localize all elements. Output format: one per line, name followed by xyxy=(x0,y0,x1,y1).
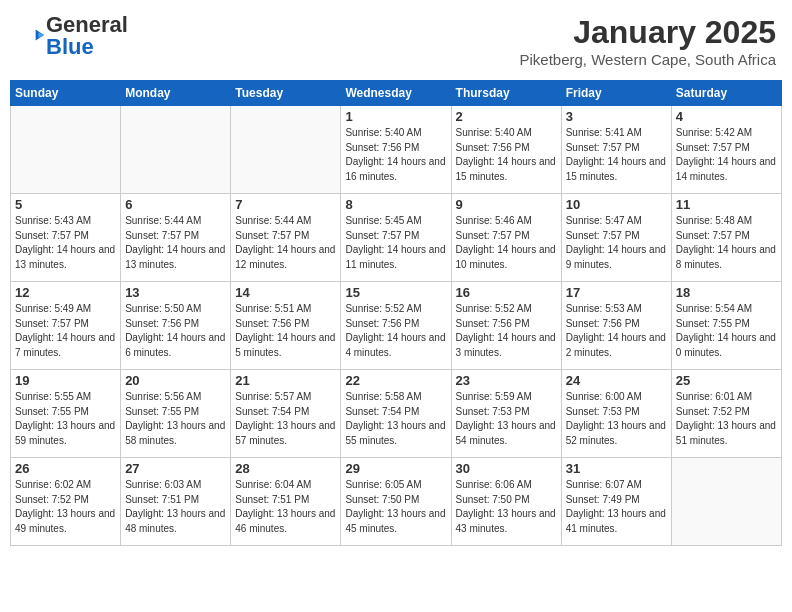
calendar-cell: 29Sunrise: 6:05 AM Sunset: 7:50 PM Dayli… xyxy=(341,458,451,546)
day-number: 1 xyxy=(345,109,446,124)
day-number: 21 xyxy=(235,373,336,388)
cell-info: Sunrise: 5:55 AM Sunset: 7:55 PM Dayligh… xyxy=(15,390,116,448)
day-number: 24 xyxy=(566,373,667,388)
cell-info: Sunrise: 5:40 AM Sunset: 7:56 PM Dayligh… xyxy=(456,126,557,184)
calendar-cell: 10Sunrise: 5:47 AM Sunset: 7:57 PM Dayli… xyxy=(561,194,671,282)
week-row-1: 1Sunrise: 5:40 AM Sunset: 7:56 PM Daylig… xyxy=(11,106,782,194)
day-number: 9 xyxy=(456,197,557,212)
calendar-cell: 16Sunrise: 5:52 AM Sunset: 7:56 PM Dayli… xyxy=(451,282,561,370)
cell-info: Sunrise: 5:42 AM Sunset: 7:57 PM Dayligh… xyxy=(676,126,777,184)
day-number: 19 xyxy=(15,373,116,388)
cell-info: Sunrise: 5:59 AM Sunset: 7:53 PM Dayligh… xyxy=(456,390,557,448)
calendar-cell: 24Sunrise: 6:00 AM Sunset: 7:53 PM Dayli… xyxy=(561,370,671,458)
calendar-cell: 9Sunrise: 5:46 AM Sunset: 7:57 PM Daylig… xyxy=(451,194,561,282)
calendar-cell: 13Sunrise: 5:50 AM Sunset: 7:56 PM Dayli… xyxy=(121,282,231,370)
calendar-cell: 23Sunrise: 5:59 AM Sunset: 7:53 PM Dayli… xyxy=(451,370,561,458)
calendar-cell: 25Sunrise: 6:01 AM Sunset: 7:52 PM Dayli… xyxy=(671,370,781,458)
title-block: January 2025 Piketberg, Western Cape, So… xyxy=(519,14,776,68)
day-number: 28 xyxy=(235,461,336,476)
cell-info: Sunrise: 6:02 AM Sunset: 7:52 PM Dayligh… xyxy=(15,478,116,536)
cell-info: Sunrise: 6:03 AM Sunset: 7:51 PM Dayligh… xyxy=(125,478,226,536)
day-number: 31 xyxy=(566,461,667,476)
cell-info: Sunrise: 6:00 AM Sunset: 7:53 PM Dayligh… xyxy=(566,390,667,448)
cell-info: Sunrise: 5:52 AM Sunset: 7:56 PM Dayligh… xyxy=(456,302,557,360)
calendar-cell: 27Sunrise: 6:03 AM Sunset: 7:51 PM Dayli… xyxy=(121,458,231,546)
cell-info: Sunrise: 6:07 AM Sunset: 7:49 PM Dayligh… xyxy=(566,478,667,536)
day-number: 12 xyxy=(15,285,116,300)
location: Piketberg, Western Cape, South Africa xyxy=(519,51,776,68)
calendar-cell: 2Sunrise: 5:40 AM Sunset: 7:56 PM Daylig… xyxy=(451,106,561,194)
cell-info: Sunrise: 5:40 AM Sunset: 7:56 PM Dayligh… xyxy=(345,126,446,184)
day-number: 2 xyxy=(456,109,557,124)
calendar-cell: 18Sunrise: 5:54 AM Sunset: 7:55 PM Dayli… xyxy=(671,282,781,370)
cell-info: Sunrise: 5:46 AM Sunset: 7:57 PM Dayligh… xyxy=(456,214,557,272)
cell-info: Sunrise: 5:52 AM Sunset: 7:56 PM Dayligh… xyxy=(345,302,446,360)
day-number: 7 xyxy=(235,197,336,212)
week-row-2: 5Sunrise: 5:43 AM Sunset: 7:57 PM Daylig… xyxy=(11,194,782,282)
day-number: 15 xyxy=(345,285,446,300)
cell-info: Sunrise: 5:50 AM Sunset: 7:56 PM Dayligh… xyxy=(125,302,226,360)
calendar-cell: 15Sunrise: 5:52 AM Sunset: 7:56 PM Dayli… xyxy=(341,282,451,370)
calendar-cell: 26Sunrise: 6:02 AM Sunset: 7:52 PM Dayli… xyxy=(11,458,121,546)
day-number: 5 xyxy=(15,197,116,212)
col-header-saturday: Saturday xyxy=(671,81,781,106)
calendar-cell xyxy=(671,458,781,546)
day-number: 30 xyxy=(456,461,557,476)
cell-info: Sunrise: 5:54 AM Sunset: 7:55 PM Dayligh… xyxy=(676,302,777,360)
col-header-monday: Monday xyxy=(121,81,231,106)
day-number: 14 xyxy=(235,285,336,300)
calendar-table: SundayMondayTuesdayWednesdayThursdayFrid… xyxy=(10,80,782,546)
cell-info: Sunrise: 5:57 AM Sunset: 7:54 PM Dayligh… xyxy=(235,390,336,448)
logo-text: GeneralBlue xyxy=(46,14,128,58)
cell-info: Sunrise: 6:04 AM Sunset: 7:51 PM Dayligh… xyxy=(235,478,336,536)
cell-info: Sunrise: 6:05 AM Sunset: 7:50 PM Dayligh… xyxy=(345,478,446,536)
calendar-cell: 4Sunrise: 5:42 AM Sunset: 7:57 PM Daylig… xyxy=(671,106,781,194)
calendar-cell: 7Sunrise: 5:44 AM Sunset: 7:57 PM Daylig… xyxy=(231,194,341,282)
week-row-5: 26Sunrise: 6:02 AM Sunset: 7:52 PM Dayli… xyxy=(11,458,782,546)
calendar-cell xyxy=(231,106,341,194)
day-number: 13 xyxy=(125,285,226,300)
day-number: 26 xyxy=(15,461,116,476)
svg-marker-1 xyxy=(38,32,44,38)
cell-info: Sunrise: 5:48 AM Sunset: 7:57 PM Dayligh… xyxy=(676,214,777,272)
cell-info: Sunrise: 5:44 AM Sunset: 7:57 PM Dayligh… xyxy=(235,214,336,272)
calendar-cell: 3Sunrise: 5:41 AM Sunset: 7:57 PM Daylig… xyxy=(561,106,671,194)
day-number: 22 xyxy=(345,373,446,388)
month-title: January 2025 xyxy=(519,14,776,51)
calendar-cell: 28Sunrise: 6:04 AM Sunset: 7:51 PM Dayli… xyxy=(231,458,341,546)
cell-info: Sunrise: 5:58 AM Sunset: 7:54 PM Dayligh… xyxy=(345,390,446,448)
calendar-cell: 22Sunrise: 5:58 AM Sunset: 7:54 PM Dayli… xyxy=(341,370,451,458)
cell-info: Sunrise: 5:49 AM Sunset: 7:57 PM Dayligh… xyxy=(15,302,116,360)
calendar-cell: 17Sunrise: 5:53 AM Sunset: 7:56 PM Dayli… xyxy=(561,282,671,370)
calendar-cell: 8Sunrise: 5:45 AM Sunset: 7:57 PM Daylig… xyxy=(341,194,451,282)
col-header-wednesday: Wednesday xyxy=(341,81,451,106)
calendar-header-row: SundayMondayTuesdayWednesdayThursdayFrid… xyxy=(11,81,782,106)
cell-info: Sunrise: 6:01 AM Sunset: 7:52 PM Dayligh… xyxy=(676,390,777,448)
calendar-cell: 12Sunrise: 5:49 AM Sunset: 7:57 PM Dayli… xyxy=(11,282,121,370)
calendar-cell: 31Sunrise: 6:07 AM Sunset: 7:49 PM Dayli… xyxy=(561,458,671,546)
cell-info: Sunrise: 5:53 AM Sunset: 7:56 PM Dayligh… xyxy=(566,302,667,360)
calendar-cell: 6Sunrise: 5:44 AM Sunset: 7:57 PM Daylig… xyxy=(121,194,231,282)
cell-info: Sunrise: 5:45 AM Sunset: 7:57 PM Dayligh… xyxy=(345,214,446,272)
col-header-thursday: Thursday xyxy=(451,81,561,106)
col-header-sunday: Sunday xyxy=(11,81,121,106)
cell-info: Sunrise: 5:51 AM Sunset: 7:56 PM Dayligh… xyxy=(235,302,336,360)
logo-icon xyxy=(16,28,44,42)
day-number: 17 xyxy=(566,285,667,300)
cell-info: Sunrise: 5:47 AM Sunset: 7:57 PM Dayligh… xyxy=(566,214,667,272)
cell-info: Sunrise: 5:56 AM Sunset: 7:55 PM Dayligh… xyxy=(125,390,226,448)
day-number: 11 xyxy=(676,197,777,212)
cell-info: Sunrise: 5:41 AM Sunset: 7:57 PM Dayligh… xyxy=(566,126,667,184)
day-number: 3 xyxy=(566,109,667,124)
day-number: 20 xyxy=(125,373,226,388)
cell-info: Sunrise: 5:43 AM Sunset: 7:57 PM Dayligh… xyxy=(15,214,116,272)
day-number: 6 xyxy=(125,197,226,212)
calendar-cell: 20Sunrise: 5:56 AM Sunset: 7:55 PM Dayli… xyxy=(121,370,231,458)
day-number: 10 xyxy=(566,197,667,212)
cell-info: Sunrise: 6:06 AM Sunset: 7:50 PM Dayligh… xyxy=(456,478,557,536)
calendar-cell: 30Sunrise: 6:06 AM Sunset: 7:50 PM Dayli… xyxy=(451,458,561,546)
calendar-cell: 19Sunrise: 5:55 AM Sunset: 7:55 PM Dayli… xyxy=(11,370,121,458)
day-number: 27 xyxy=(125,461,226,476)
day-number: 8 xyxy=(345,197,446,212)
calendar-cell: 14Sunrise: 5:51 AM Sunset: 7:56 PM Dayli… xyxy=(231,282,341,370)
